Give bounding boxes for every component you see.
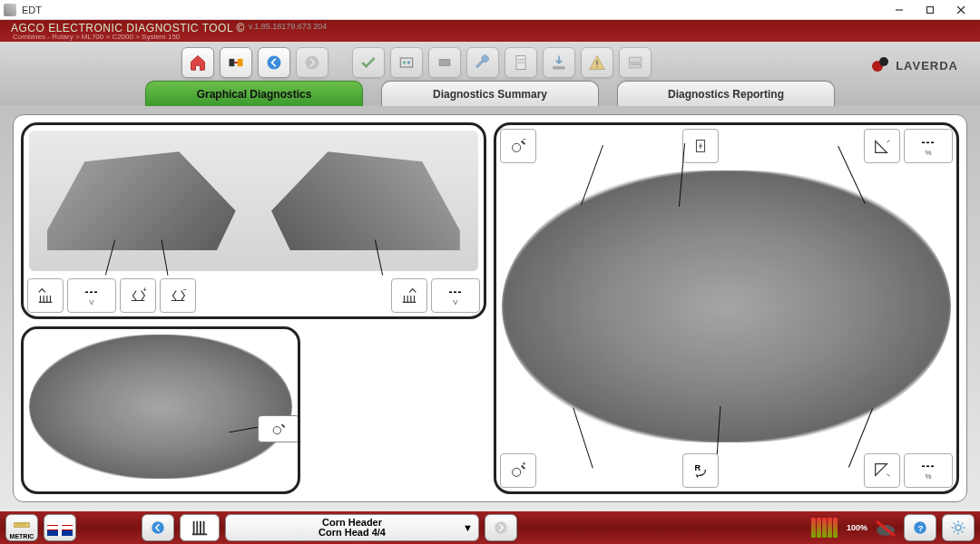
connector-button[interactable] [220, 47, 252, 78]
belt-drive-card [21, 326, 300, 494]
selector-prev-button[interactable] [142, 514, 174, 541]
top-readings-row: − ---% [500, 129, 953, 163]
minimize-button[interactable] [884, 1, 915, 19]
main-content: ---V + − ---V − ---% [0, 105, 980, 511]
svg-point-26 [513, 468, 521, 476]
report-tool-button[interactable] [505, 47, 537, 78]
svg-text:+: + [523, 461, 526, 468]
machine-illustration [29, 131, 478, 271]
svg-point-35 [152, 521, 164, 534]
pulley-system-illustration [502, 170, 951, 442]
svg-rect-9 [400, 58, 412, 67]
metric-label: METRIC [10, 533, 34, 539]
belt-illustration [29, 335, 292, 479]
svg-text:+: + [143, 287, 147, 295]
progress-text: 100% [847, 523, 867, 532]
help-button[interactable]: ? [904, 514, 936, 541]
progress-indicator [811, 518, 838, 538]
diagnostic-grid: ---V + − ---V − ---% [13, 114, 967, 502]
toolbar-area: LAVERDA 0101 Graphical Diagnostics Diagn… [0, 42, 980, 105]
tab-bar: Graphical Diagnostics Diagnostics Summar… [145, 81, 835, 106]
tab-graphical-diagnostics[interactable]: Graphical Diagnostics [145, 81, 363, 106]
height-left-value: ---V [67, 278, 116, 313]
svg-text:?: ? [917, 523, 923, 533]
speed-minus-icon: − [500, 129, 536, 163]
tab-diagnostics-summary[interactable]: Diagnostics Summary [381, 81, 599, 106]
laverda-logo-icon [872, 57, 892, 73]
svg-rect-30 [15, 522, 30, 527]
belt-speed-icon [258, 415, 299, 442]
bottom-readings-row: + R ---% [500, 453, 953, 488]
app-icon [4, 4, 16, 16]
brand-text: LAVERDA [896, 59, 958, 73]
tab-label: Graphical Diagnostics [197, 88, 312, 101]
download-tool-button[interactable] [543, 47, 575, 78]
height-sensor-icon [27, 278, 64, 313]
settings-button[interactable] [942, 514, 975, 541]
svg-text:−: − [183, 287, 187, 295]
angle-up-icon [864, 129, 900, 163]
svg-rect-1 [927, 6, 934, 13]
no-connection-icon [873, 518, 898, 538]
svg-point-29 [273, 427, 280, 434]
drive-system-card: − ---% + R ---% [494, 122, 959, 494]
selector-next-button[interactable] [485, 514, 517, 541]
header-selector-dropdown[interactable]: Corn Header Corn Head 4/4 ▼ [225, 514, 479, 541]
close-button[interactable] [946, 1, 976, 19]
status-bar: METRIC Corn Header Corn Head 4/4 ▼ 100% … [0, 511, 980, 544]
app-header: AGCO ELECTRONIC DIAGNOSTIC TOOL © v.1.85… [0, 20, 980, 42]
svg-point-23 [513, 143, 521, 151]
tab-label: Diagnostics Summary [433, 88, 547, 101]
svg-rect-12 [439, 60, 450, 66]
breadcrumb: Combines - Rotary > ML700 > C2000 > Syst… [13, 33, 180, 41]
svg-text:0101: 0101 [631, 61, 641, 66]
speed-plus-icon: + [500, 453, 536, 488]
language-button[interactable] [44, 514, 76, 541]
height-sensor-right-icon [391, 278, 427, 313]
tab-diagnostics-reporting[interactable]: Diagnostics Reporting [617, 81, 835, 106]
check-tool-button[interactable] [352, 47, 385, 78]
reverse-icon: R [682, 453, 719, 488]
svg-point-36 [495, 521, 507, 534]
angle-down-icon [864, 453, 900, 488]
header-height-card: ---V + − ---V [21, 122, 486, 319]
maximize-button[interactable] [915, 1, 946, 19]
svg-point-10 [403, 61, 406, 63]
svg-rect-4 [230, 59, 235, 66]
module-tool-button[interactable] [428, 47, 461, 78]
window-title: EDT [22, 5, 42, 15]
lateral-plus-icon: + [120, 278, 156, 313]
uk-flag-icon [47, 520, 73, 536]
tab-label: Diagnostics Reporting [668, 88, 784, 101]
angle-up-value: ---% [904, 129, 953, 163]
angle-down-value: ---% [904, 453, 953, 488]
warning-tool-button[interactable] [581, 47, 613, 78]
svg-point-7 [268, 56, 281, 70]
readings-row: ---V + − ---V [27, 278, 480, 313]
svg-point-18 [596, 66, 598, 68]
svg-point-8 [306, 56, 319, 70]
lateral-minus-icon: − [160, 278, 196, 313]
svg-point-11 [407, 61, 410, 63]
metric-units-button[interactable]: METRIC [5, 514, 38, 541]
home-button[interactable] [181, 47, 214, 78]
header-type-icon [180, 514, 220, 541]
svg-text:R: R [694, 463, 701, 472]
height-right-value: ---V [431, 278, 480, 313]
ecu-tool-button[interactable] [390, 47, 423, 78]
window-titlebar: EDT [0, 0, 980, 20]
main-toolbar: 0101 [0, 42, 980, 78]
selector-line2: Corn Head 4/4 [318, 528, 386, 538]
binary-tool-button[interactable]: 0101 [619, 47, 652, 78]
svg-rect-16 [553, 66, 564, 69]
chevron-down-icon: ▼ [463, 523, 473, 533]
oil-pressure-icon [682, 129, 719, 163]
back-button[interactable] [258, 47, 290, 78]
svg-point-41 [956, 525, 961, 530]
app-version: v.1.85.18179.673 204 [249, 22, 327, 31]
wrench-tool-button[interactable] [466, 47, 499, 78]
svg-text:−: − [523, 136, 526, 143]
forward-button [296, 47, 328, 78]
brand-logo-area: LAVERDA [872, 49, 958, 82]
svg-rect-5 [238, 59, 243, 66]
